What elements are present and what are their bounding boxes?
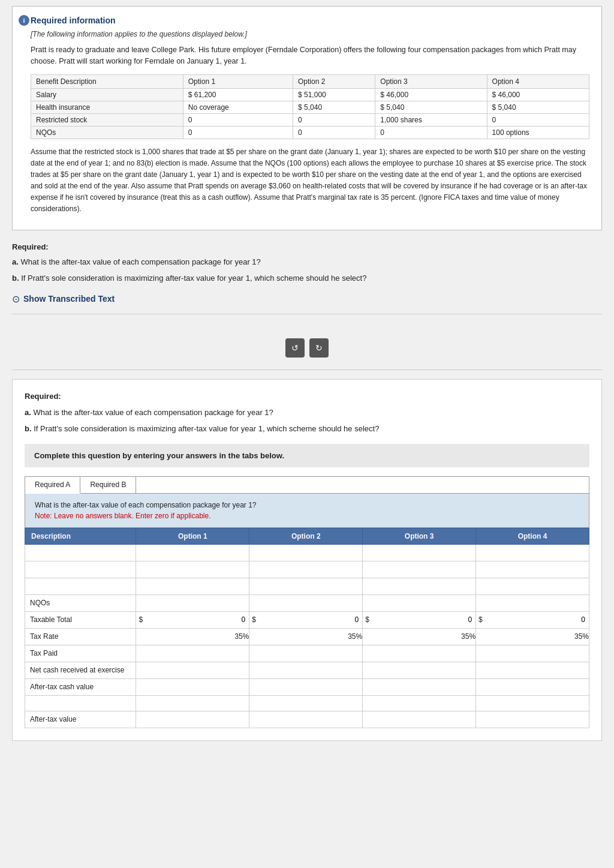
input-empty-o3[interactable] [363,696,475,711]
input-r3-o1[interactable] [136,578,249,594]
input-atcash-o4[interactable] [476,679,589,695]
input-r1-o2[interactable] [249,545,362,561]
input-cell[interactable] [363,578,476,594]
tab-required-b[interactable]: Required B [80,477,136,493]
input-cell[interactable] [249,594,363,611]
input-taxpaid-o3[interactable] [363,645,475,662]
input-cell[interactable] [136,578,249,594]
taxable-total-o3[interactable]: $ [363,611,476,628]
input-cell[interactable] [476,578,589,594]
input-cell[interactable] [363,695,476,711]
input-atcash-o2[interactable] [249,679,362,695]
row-label-nqos: NQOs [31,126,183,139]
answer-qa-letter: a. [25,408,33,417]
input-taxable-o2[interactable] [258,612,362,628]
input-cell[interactable] [136,561,249,578]
input-cell[interactable] [476,678,589,695]
input-empty-o1[interactable] [136,696,249,711]
input-cell[interactable] [136,645,249,662]
input-r2-o3[interactable] [363,561,475,578]
input-cell[interactable] [476,711,589,728]
info-icon: i [19,15,29,26]
input-netcash-o2[interactable] [249,662,362,678]
input-r3-o3[interactable] [363,578,475,594]
dollar-sign: $ [476,615,485,624]
input-atvalue-o4[interactable] [476,711,589,728]
input-cell[interactable] [136,695,249,711]
taxable-total-o2[interactable]: $ [249,611,363,628]
health-option3: $ 5,040 [375,101,487,113]
input-cell[interactable] [363,711,476,728]
input-atvalue-o1[interactable] [136,711,249,728]
table-row: NQOs 0 0 0 100 options [31,126,589,139]
input-taxable-o3[interactable] [372,612,475,628]
row-label-after-tax-value: After-tax value [25,711,136,728]
input-taxable-o4[interactable] [485,612,589,628]
input-cell[interactable] [249,711,363,728]
input-cell[interactable] [476,645,589,662]
input-cell[interactable] [363,544,476,561]
question-a-text: What is the after-tax value of each comp… [20,257,260,266]
input-empty-o4[interactable] [476,696,589,711]
input-cell[interactable] [363,662,476,678]
input-r2-o2[interactable] [249,561,362,578]
input-taxable-o1[interactable] [145,612,249,628]
input-atcash-o1[interactable] [136,679,249,695]
input-cell[interactable] [249,578,363,594]
after-tax-cash-row: After-tax cash value [25,678,589,695]
input-cell[interactable] [363,594,476,611]
answer-qb-letter: b. [25,424,34,433]
input-atcash-o3[interactable] [363,679,475,695]
taxable-total-o1[interactable]: $ [136,611,249,628]
salary-option4: $ 46,000 [487,88,589,101]
input-cell[interactable] [136,711,249,728]
undo-button[interactable]: ↺ [285,338,305,358]
input-taxpaid-o4[interactable] [476,645,589,662]
input-cell[interactable] [363,561,476,578]
input-r1-o1[interactable] [136,545,249,561]
input-cell[interactable] [136,594,249,611]
input-netcash-o1[interactable] [136,662,249,678]
input-nqos-o1[interactable] [136,595,249,611]
taxable-total-o4[interactable]: $ [476,611,589,628]
input-r3-o4[interactable] [476,578,589,594]
dollar-sign: $ [136,615,145,624]
redo-button[interactable]: ↻ [309,338,329,358]
input-taxpaid-o2[interactable] [249,645,362,662]
input-cell[interactable] [136,544,249,561]
input-r3-o2[interactable] [249,578,362,594]
input-netcash-o4[interactable] [476,662,589,678]
show-transcribed-button[interactable]: ⊙ Show Transcribed Text [12,293,602,305]
input-r1-o3[interactable] [363,545,475,561]
input-r2-o1[interactable] [136,561,249,578]
input-nqos-o2[interactable] [249,595,362,611]
input-cell[interactable] [476,594,589,611]
input-nqos-o3[interactable] [363,595,475,611]
tax-rate-o2: 35% [249,628,363,645]
input-cell[interactable] [136,662,249,678]
input-cell[interactable] [249,678,363,695]
input-cell[interactable] [249,662,363,678]
input-cell[interactable] [476,561,589,578]
input-cell[interactable] [249,561,363,578]
input-r1-o4[interactable] [476,545,589,561]
input-cell[interactable] [363,645,476,662]
question-b-letter: b. [12,274,21,283]
input-netcash-o3[interactable] [363,662,475,678]
table-row [25,544,589,561]
input-taxpaid-o1[interactable] [136,645,249,662]
input-cell[interactable] [363,678,476,695]
input-empty-o2[interactable] [249,696,362,711]
input-cell[interactable] [136,678,249,695]
input-cell[interactable] [249,544,363,561]
input-atvalue-o2[interactable] [249,711,362,728]
input-cell[interactable] [249,695,363,711]
input-cell[interactable] [476,695,589,711]
input-r2-o4[interactable] [476,561,589,578]
tab-required-a[interactable]: Required A [25,477,80,494]
input-nqos-o4[interactable] [476,595,589,611]
input-atvalue-o3[interactable] [363,711,475,728]
input-cell[interactable] [249,645,363,662]
input-cell[interactable] [476,662,589,678]
input-cell[interactable] [476,544,589,561]
